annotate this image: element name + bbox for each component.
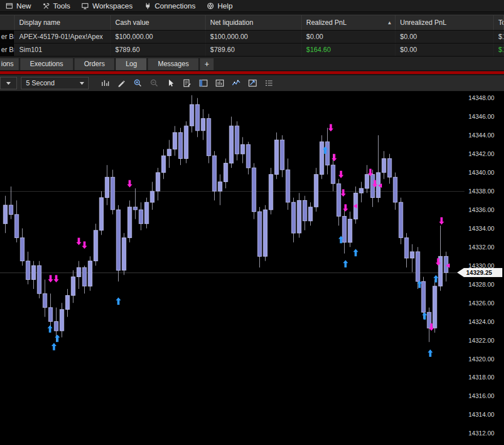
help-icon — [207, 2, 214, 10]
sell-signal-arrow — [338, 171, 344, 178]
menu-item-connections[interactable]: Connections — [140, 0, 202, 11]
tab-ions[interactable]: ions — [0, 58, 19, 70]
account-cell-cash: $789.60 — [111, 44, 206, 56]
candle — [438, 226, 442, 291]
strategies-icon[interactable] — [245, 77, 260, 89]
candle — [49, 293, 53, 331]
indicators-icon[interactable] — [228, 77, 244, 89]
tab-messages[interactable]: Messages — [148, 58, 198, 70]
column-header-label: Net liquidation — [210, 19, 253, 27]
candle — [82, 266, 86, 293]
candle — [365, 165, 369, 193]
menu-item-tools[interactable]: Tools — [38, 0, 77, 11]
candle — [252, 163, 256, 219]
candle — [94, 224, 98, 266]
candle — [167, 140, 171, 168]
chart-trader-icon[interactable] — [195, 77, 211, 89]
column-header-label: Unrealized PnL — [400, 19, 446, 27]
candle — [342, 210, 346, 253]
candle — [3, 196, 7, 233]
pointer-icon[interactable] — [163, 77, 178, 89]
column-header-cash[interactable]: Cash value — [111, 15, 206, 30]
candle — [292, 198, 296, 243]
sell-signal-arrow — [439, 217, 444, 224]
column-header-display[interactable]: Display name — [15, 15, 111, 30]
candle — [224, 158, 228, 188]
alert-log-icon[interactable] — [179, 77, 194, 89]
interval-value: 5 Second — [26, 79, 55, 87]
buy-signal-arrow — [422, 312, 427, 319]
candle — [195, 98, 199, 137]
buy-signal-arrow — [51, 343, 57, 351]
add-tab-button[interactable]: + — [200, 58, 214, 70]
bars-icon[interactable] — [97, 77, 112, 89]
last-price-tag: 14329.25 — [457, 268, 502, 277]
properties-icon[interactable] — [261, 77, 276, 89]
tab-executions[interactable]: Executions — [20, 58, 73, 70]
column-header-unrealized[interactable]: Unrealized PnL — [396, 15, 494, 30]
menu-item-label: Tools — [53, 2, 70, 10]
candlestick-canvas[interactable] — [0, 91, 464, 445]
candle — [105, 165, 109, 205]
data-box-icon[interactable] — [212, 77, 227, 89]
chart-toolbar: 5 Second — [0, 75, 504, 91]
account-cell-cash: $100,000.00 — [111, 31, 206, 43]
accounts-table-header: Display nameCash valueNet liquidationRea… — [0, 15, 504, 31]
account-row[interactable]: er BrAPEX-45179-01!Apex!Apex$100,000.00$… — [0, 31, 504, 44]
candle — [314, 168, 318, 211]
candle — [179, 128, 183, 165]
candle — [43, 280, 47, 317]
interval-dropdown[interactable]: 5 Second — [21, 77, 89, 89]
buy-signal-arrow — [353, 249, 358, 256]
candle — [184, 122, 188, 163]
tab-orders[interactable]: Orders — [75, 58, 115, 70]
candle — [399, 198, 403, 244]
candle — [37, 261, 41, 299]
account-cell-realized: $164.60 — [302, 44, 396, 56]
column-header-realized[interactable]: Realized PnL▲ — [302, 15, 396, 30]
draw-icon[interactable] — [114, 77, 129, 89]
candle — [433, 280, 437, 333]
candle — [66, 289, 69, 317]
price-axis[interactable]: 14348.0014346.0014344.0014342.0014340.00… — [464, 91, 504, 445]
tab-bar: ionsExecutionsOrdersLogMessages+ — [0, 57, 504, 70]
account-row[interactable]: er BrSim101$789.60$789.60$164.60$0.00$1 — [0, 44, 504, 57]
sell-signal-arrow — [332, 154, 337, 161]
column-header-total[interactable]: To — [494, 15, 504, 30]
price-axis-tick: 14334.00 — [468, 224, 494, 232]
menu-bar: NewToolsWorkspacesConnectionsHelp — [0, 0, 504, 12]
sell-signal-arrow — [328, 124, 333, 132]
menu-item-help[interactable]: Help — [202, 0, 240, 11]
menu-item-label: New — [16, 2, 31, 10]
candle — [26, 252, 30, 284]
candle — [20, 228, 24, 266]
candle — [162, 149, 166, 179]
candle — [348, 211, 352, 247]
candle — [376, 135, 380, 202]
price-axis-tick: 14342.00 — [468, 150, 494, 158]
account-cell-realized: $0.00 — [302, 31, 396, 43]
menu-item-new[interactable]: New — [1, 0, 38, 11]
buy-signal-arrow — [428, 349, 433, 357]
menu-item-workspaces[interactable]: Workspaces — [77, 0, 139, 11]
price-axis-tick: 14318.00 — [468, 373, 494, 381]
buy-signal-arrow — [343, 260, 348, 267]
candle — [15, 201, 19, 243]
candle — [275, 132, 279, 179]
candle — [207, 114, 211, 163]
candle — [99, 191, 103, 235]
instrument-dropdown[interactable] — [0, 77, 17, 89]
candle — [71, 270, 75, 303]
price-chart[interactable] — [0, 91, 464, 445]
candle — [122, 233, 126, 275]
price-axis-tick: 14322.00 — [468, 336, 494, 344]
candle — [280, 135, 284, 177]
candle — [156, 168, 160, 201]
column-header-netliq[interactable]: Net liquidation — [206, 15, 302, 30]
sell-signal-arrow — [343, 204, 348, 211]
tab-log[interactable]: Log — [116, 58, 146, 70]
candle — [173, 126, 177, 156]
column-header-edge[interactable] — [0, 15, 15, 30]
column-header-label: Cash value — [115, 19, 149, 27]
zoom-in-icon[interactable] — [130, 77, 145, 89]
